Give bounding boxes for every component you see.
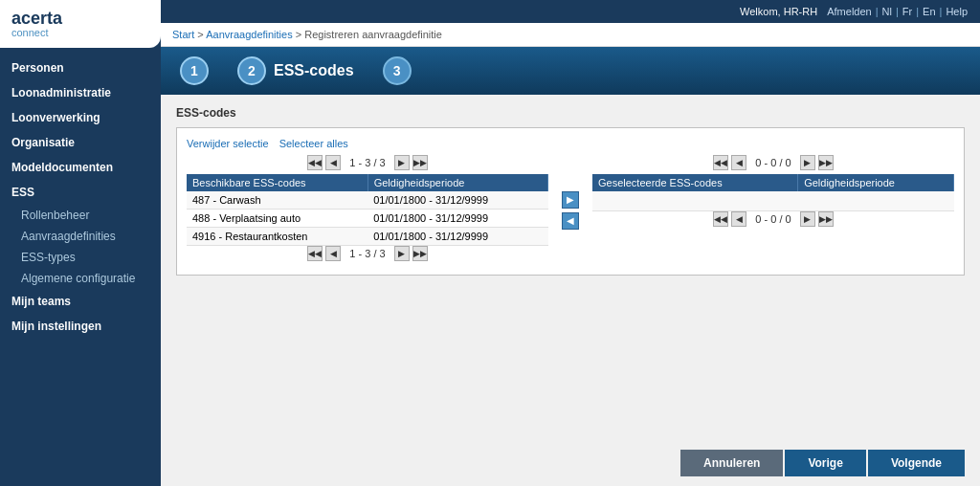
logo-sub: connect	[11, 27, 149, 38]
left-first-btn[interactable]: ◀◀	[307, 155, 323, 170]
sidebar-item-loonverwerking[interactable]: Loonverwerking	[0, 105, 161, 130]
periode-cell: 01/01/1800 - 31/12/9999	[368, 191, 547, 210]
transfer-right-btn[interactable]: ▶	[562, 191, 579, 209]
left-prev-btn-b[interactable]: ◀	[325, 246, 341, 261]
left-page-info-top: 1 - 3 / 3	[349, 157, 385, 168]
left-next-btn[interactable]: ▶	[394, 155, 410, 170]
links-row: Verwijder selectie Selecteer alles	[187, 138, 954, 149]
right-page-info-top: 0 - 0 / 0	[755, 157, 791, 168]
code-cell: 4916 - Restaurantkosten	[187, 228, 368, 246]
vorige-button[interactable]: Vorige	[785, 450, 865, 476]
sidebar-item-loonadministratie[interactable]: Loonadministratie	[0, 80, 161, 105]
breadcrumb-current: Registreren aanvraagdefinitie	[304, 29, 442, 40]
right-first-btn-b[interactable]: ◀◀	[713, 211, 728, 227]
right-col-code: Geselecteerde ESS-codes	[592, 174, 798, 191]
right-table-container: ◀◀ ◀ 0 - 0 / 0 ▶ ▶▶ Geselecteerde ESS-co…	[592, 155, 954, 265]
right-empty-cell	[592, 191, 954, 211]
logo-area: acerta connect	[0, 0, 161, 48]
left-last-btn[interactable]: ▶▶	[412, 155, 428, 170]
left-pagination-bottom: ◀◀ ◀ 1 - 3 / 3 ▶ ▶▶	[187, 246, 548, 261]
wizard-circle-1: 1	[180, 56, 209, 85]
sidebar-item-mijn-instellingen[interactable]: Mijn instellingen	[0, 314, 161, 339]
wizard-bar: 1 2 ESS-codes 3	[161, 47, 980, 95]
sidebar-item-modeldocumenten[interactable]: Modeldocumenten	[0, 155, 161, 180]
lang-en[interactable]: En	[923, 6, 935, 17]
right-prev-btn-b[interactable]: ◀	[731, 211, 746, 227]
periode-cell: 01/01/1800 - 31/12/9999	[368, 210, 547, 228]
right-last-btn[interactable]: ▶▶	[818, 155, 834, 170]
wizard-circle-3: 3	[383, 56, 412, 85]
left-col-code: Beschikbare ESS-codes	[187, 174, 368, 191]
right-last-btn-b[interactable]: ▶▶	[818, 211, 834, 227]
table-row[interactable]: 487 - Carwash01/01/1800 - 31/12/9999	[187, 191, 548, 210]
right-col-periode: Geldigheidsperiode	[798, 174, 954, 191]
code-cell: 487 - Carwash	[187, 191, 368, 210]
left-next-btn-b[interactable]: ▶	[394, 246, 410, 261]
right-next-btn-b[interactable]: ▶	[800, 211, 815, 227]
left-last-btn-b[interactable]: ▶▶	[412, 246, 428, 261]
sidebar-item-aanvraagdefinities[interactable]: Aanvraagdefinities	[0, 226, 161, 247]
breadcrumb-aanvraagdefinities[interactable]: Aanvraagdefinities	[206, 29, 293, 40]
right-page-info-bottom: 0 - 0 / 0	[755, 213, 791, 225]
right-first-btn[interactable]: ◀◀	[713, 155, 728, 170]
lang-fr[interactable]: Fr	[902, 6, 912, 17]
breadcrumb: Start > Aanvraagdefinities > Registreren…	[161, 23, 980, 47]
logo-main: acerta	[11, 10, 149, 27]
left-col-periode: Geldigheidsperiode	[368, 174, 547, 191]
transfer-left-btn[interactable]: ◀	[562, 212, 579, 230]
breadcrumb-start[interactable]: Start	[172, 29, 194, 40]
right-ess-table: Geselecteerde ESS-codes Geldigheidsperio…	[592, 174, 954, 211]
table-row[interactable]: 4916 - Restaurantkosten01/01/1800 - 31/1…	[187, 228, 548, 246]
wizard-step-1: 1	[180, 56, 209, 85]
table-row	[592, 191, 954, 211]
periode-cell: 01/01/1800 - 31/12/9999	[368, 228, 547, 246]
sidebar-item-mijn-teams[interactable]: Mijn teams	[0, 289, 161, 314]
volgende-button[interactable]: Volgende	[868, 450, 965, 476]
wizard-active-label: ESS-codes	[274, 62, 354, 79]
right-prev-btn[interactable]: ◀	[731, 155, 746, 170]
code-cell: 488 - Verplaatsing auto	[187, 210, 368, 228]
wizard-step-3: 3	[383, 56, 412, 85]
selecteer-alles-link[interactable]: Selecteer alles	[279, 138, 348, 149]
left-page-info-bottom: 1 - 3 / 3	[349, 248, 385, 259]
ess-panel: Verwijder selectie Selecteer alles ◀◀ ◀ …	[176, 127, 965, 276]
section-title: ESS-codes	[176, 106, 965, 120]
right-next-btn[interactable]: ▶	[800, 155, 815, 170]
sidebar-item-rollenbeheer[interactable]: Rollenbeheer	[0, 205, 161, 226]
tables-wrapper: ◀◀ ◀ 1 - 3 / 3 ▶ ▶▶ Beschikbare ESS-code…	[187, 155, 954, 265]
left-first-btn-b[interactable]: ◀◀	[307, 246, 323, 261]
content-area: ESS-codes Verwijder selectie Selecteer a…	[161, 95, 980, 440]
sidebar-item-algemene-configuratie[interactable]: Algemene configuratie	[0, 268, 161, 289]
table-row[interactable]: 488 - Verplaatsing auto01/01/1800 - 31/1…	[187, 210, 548, 228]
left-pagination-top: ◀◀ ◀ 1 - 3 / 3 ▶ ▶▶	[187, 155, 548, 170]
left-ess-table: Beschikbare ESS-codes Geldigheidsperiode…	[187, 174, 548, 246]
right-pagination-bottom: ◀◀ ◀ 0 - 0 / 0 ▶ ▶▶	[592, 211, 954, 227]
wizard-step-2: 2 ESS-codes	[237, 56, 354, 85]
left-table-container: ◀◀ ◀ 1 - 3 / 3 ▶ ▶▶ Beschikbare ESS-code…	[187, 155, 548, 265]
transfer-arrows: ▶ ◀	[558, 155, 583, 265]
left-prev-btn[interactable]: ◀	[325, 155, 341, 170]
welcome-text: Welkom, HR-RH	[740, 6, 817, 17]
sidebar-item-ess-types[interactable]: ESS-types	[0, 247, 161, 268]
sidebar-item-ess[interactable]: ESS	[0, 180, 161, 205]
sidebar: acerta connect Personen Loonadministrati…	[0, 0, 161, 486]
verwijder-selectie-link[interactable]: Verwijder selectie	[187, 138, 269, 149]
button-bar: Annuleren Vorige Volgende	[161, 440, 980, 486]
afmelden-link[interactable]: Afmelden	[827, 6, 871, 17]
help-link[interactable]: Help	[946, 6, 968, 17]
main-content: Welkom, HR-RH Afmelden | Nl | Fr | En | …	[161, 0, 980, 486]
right-pagination-top: ◀◀ ◀ 0 - 0 / 0 ▶ ▶▶	[592, 155, 954, 170]
wizard-circle-2: 2	[237, 56, 266, 85]
sidebar-item-organisatie[interactable]: Organisatie	[0, 130, 161, 155]
annuleren-button[interactable]: Annuleren	[680, 450, 783, 476]
lang-nl[interactable]: Nl	[882, 6, 892, 17]
top-bar: Welkom, HR-RH Afmelden | Nl | Fr | En | …	[161, 0, 980, 23]
sidebar-item-personen[interactable]: Personen	[0, 55, 161, 80]
